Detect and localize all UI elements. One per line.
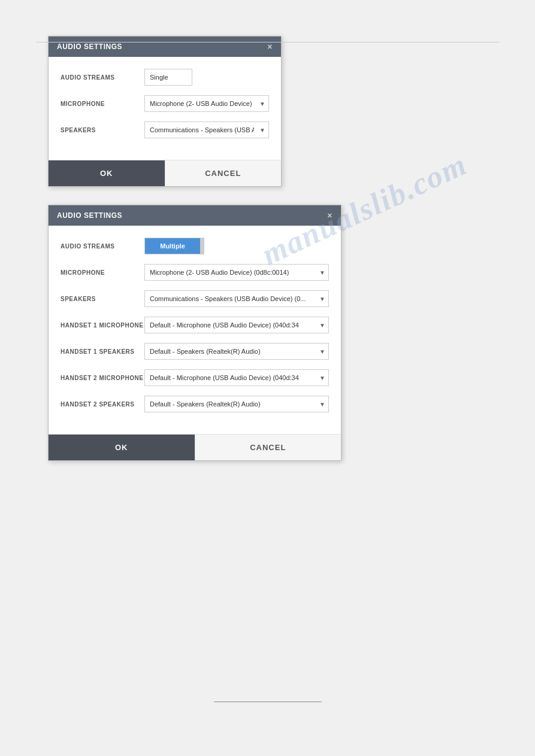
handset1-mic-select-wrapper: Default - Microphone (USB Audio Device) …	[144, 317, 329, 333]
dialog-1-body: AUDIO STREAMS MICROPHONE Microphone (2- …	[49, 57, 281, 154]
dialog-1-close-button[interactable]: ×	[267, 42, 273, 51]
handset2-spk-select[interactable]: Default - Speakers (Realtek(R) Audio)	[144, 396, 329, 412]
microphone-select-2[interactable]: Microphone (2- USB Audio Device) (0d8c:0…	[144, 264, 329, 281]
speakers-select-1[interactable]: Communications - Speakers (USB Audio	[144, 122, 269, 138]
speakers-select-wrapper-1: Communications - Speakers (USB Audio ▼	[144, 122, 269, 138]
handset2-spk-row: HANDSET 2 SPEAKERS Default - Speakers (R…	[61, 396, 329, 412]
bottom-line	[214, 702, 322, 702]
handset1-mic-row: HANDSET 1 MICROPHONE Default - Microphon…	[61, 317, 329, 333]
handset1-spk-row: HANDSET 1 SPEAKERS Default - Speakers (R…	[61, 343, 329, 360]
speakers-select-wrapper-2: Communications - Speakers (USB Audio Dev…	[144, 290, 329, 307]
audio-streams-label-1: AUDIO STREAMS	[61, 74, 144, 81]
microphone-label-2: MICROPHONE	[61, 269, 144, 276]
toggle-multiple-button[interactable]: Multiple	[145, 238, 200, 254]
dialog-2-ok-button[interactable]: OK	[49, 435, 195, 460]
microphone-label-1: MICROPHONE	[61, 101, 144, 107]
handset1-mic-select[interactable]: Default - Microphone (USB Audio Device) …	[144, 317, 329, 333]
handset1-spk-select[interactable]: Default - Speakers (Realtek(R) Audio)	[144, 343, 329, 360]
microphone-row-2: MICROPHONE Microphone (2- USB Audio Devi…	[61, 264, 329, 281]
microphone-select-wrapper-2: Microphone (2- USB Audio Device) (0d8c:0…	[144, 264, 329, 281]
dialog-2-footer: OK CANCEL	[49, 434, 341, 460]
dialog-1-header: AUDIO SETTINGS ×	[49, 37, 281, 57]
speakers-select-2[interactable]: Communications - Speakers (USB Audio Dev…	[144, 290, 329, 307]
audio-streams-input-1[interactable]	[144, 69, 192, 86]
audio-streams-row-2: AUDIO STREAMS Multiple Single	[61, 238, 329, 254]
speakers-label-2: SPEAKERS	[61, 296, 144, 302]
handset2-spk-select-wrapper: Default - Speakers (Realtek(R) Audio) ▼	[144, 396, 329, 412]
dialog-1-footer: OK CANCEL	[49, 160, 281, 186]
dialog-2-close-button[interactable]: ×	[327, 211, 333, 220]
top-divider	[36, 42, 499, 42]
dialog-2-cancel-button[interactable]: CANCEL	[195, 435, 341, 460]
speakers-label-1: SPEAKERS	[61, 127, 144, 133]
audio-settings-dialog-1: AUDIO SETTINGS × AUDIO STREAMS MICROPHON…	[48, 36, 282, 187]
audio-streams-label-2: AUDIO STREAMS	[61, 243, 144, 250]
handset1-spk-label: HANDSET 1 SPEAKERS	[61, 348, 144, 355]
handset1-mic-label: HANDSET 1 MICROPHONE	[61, 322, 144, 329]
microphone-row-1: MICROPHONE Microphone (2- USB Audio Devi…	[61, 95, 269, 112]
dialog-1-title: AUDIO SETTINGS	[57, 42, 122, 51]
handset2-mic-select[interactable]: Default - Microphone (USB Audio Device) …	[144, 369, 329, 386]
handset2-spk-label: HANDSET 2 SPEAKERS	[61, 401, 144, 408]
audio-streams-row-1: AUDIO STREAMS	[61, 69, 269, 86]
toggle-group: Multiple Single	[144, 238, 204, 254]
handset2-mic-label: HANDSET 2 MICROPHONE	[61, 375, 144, 381]
audio-settings-dialog-2: AUDIO SETTINGS × AUDIO STREAMS Multiple …	[48, 205, 341, 461]
dialog-2-body: AUDIO STREAMS Multiple Single MICROPHONE…	[49, 226, 341, 428]
microphone-select-wrapper-1: Microphone (2- USB Audio Device) (0d8c ▼	[144, 95, 269, 112]
dialog-2-header: AUDIO SETTINGS ×	[49, 205, 341, 226]
dialog-1-cancel-button[interactable]: CANCEL	[165, 160, 282, 186]
audio-streams-control-1	[144, 69, 269, 86]
speakers-row-1: SPEAKERS Communications - Speakers (USB …	[61, 122, 269, 138]
dialog-2-title: AUDIO SETTINGS	[57, 211, 122, 220]
audio-streams-toggle-group: Multiple Single	[144, 238, 329, 254]
dialog-1-ok-button[interactable]: OK	[49, 160, 165, 186]
speakers-row-2: SPEAKERS Communications - Speakers (USB …	[61, 290, 329, 307]
handset2-mic-row: HANDSET 2 MICROPHONE Default - Microphon…	[61, 369, 329, 386]
toggle-indicator	[200, 238, 204, 254]
handset2-mic-select-wrapper: Default - Microphone (USB Audio Device) …	[144, 369, 329, 386]
microphone-select-1[interactable]: Microphone (2- USB Audio Device) (0d8c	[144, 95, 269, 112]
handset1-spk-select-wrapper: Default - Speakers (Realtek(R) Audio) ▼	[144, 343, 329, 360]
